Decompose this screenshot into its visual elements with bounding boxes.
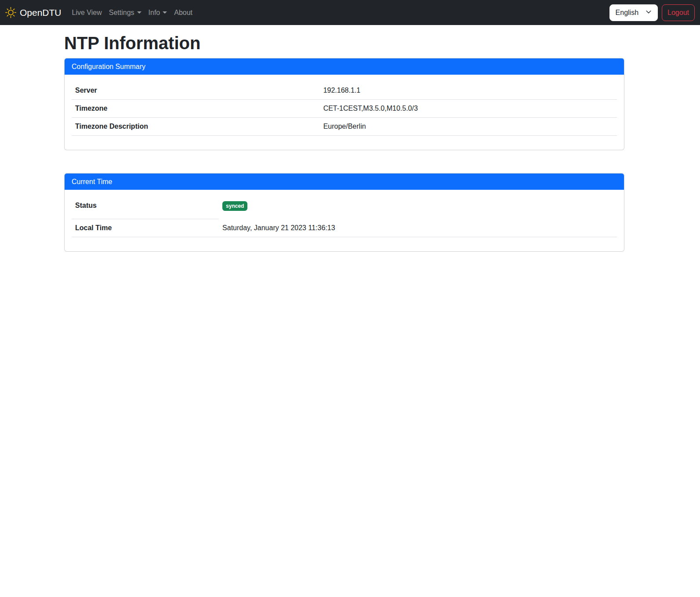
- nav-item-label: Live View: [72, 9, 102, 17]
- configuration-summary-card: Configuration Summary Server 192.168.1.1…: [64, 58, 624, 150]
- configuration-summary-table: Server 192.168.1.1 Timezone CET-1CEST,M3…: [72, 82, 617, 136]
- status-badge: synced: [222, 201, 247, 211]
- row-label: Timezone: [72, 100, 320, 118]
- page-title: NTP Information: [64, 33, 624, 53]
- main-content: NTP Information Configuration Summary Se…: [64, 33, 624, 252]
- current-time-card: Current Time Status synced Local Time Sa…: [64, 173, 624, 252]
- configuration-summary-card-body: Server 192.168.1.1 Timezone CET-1CEST,M3…: [65, 75, 624, 150]
- row-value: Saturday, January 21 2023 11:36:13: [219, 219, 617, 237]
- brand-label: OpenDTU: [20, 7, 62, 18]
- language-select[interactable]: English: [609, 4, 658, 21]
- chevron-down-icon: [646, 9, 652, 17]
- configuration-summary-card-header: Configuration Summary: [65, 58, 624, 75]
- language-selected-value: English: [616, 9, 638, 17]
- table-row-status: Status synced: [72, 197, 617, 219]
- nav-item-about[interactable]: About: [170, 5, 196, 20]
- row-value: CET-1CEST,M3.5.0,M10.5.0/3: [320, 100, 617, 118]
- nav-links: Live View Settings Info About: [69, 5, 196, 20]
- row-label: Timezone Description: [72, 118, 320, 136]
- logout-button[interactable]: Logout: [662, 4, 695, 21]
- row-label: Server: [72, 82, 320, 100]
- row-label: Local Time: [72, 219, 219, 237]
- navbar: OpenDTU Live View Settings Info About En…: [0, 0, 700, 25]
- brand-link[interactable]: OpenDTU: [5, 7, 62, 18]
- nav-item-label: Info: [149, 9, 160, 17]
- chevron-down-icon: [163, 11, 167, 14]
- row-label: Status: [72, 197, 219, 219]
- row-value: 192.168.1.1: [320, 82, 617, 100]
- table-row-timezone-description: Timezone Description Europe/Berlin: [72, 118, 617, 136]
- nav-item-label: About: [174, 9, 192, 17]
- nav-item-info[interactable]: Info: [145, 5, 171, 20]
- nav-item-live-view[interactable]: Live View: [69, 5, 105, 20]
- sun-icon: [5, 7, 16, 18]
- table-row-local-time: Local Time Saturday, January 21 2023 11:…: [72, 219, 617, 237]
- nav-item-label: Settings: [109, 9, 134, 17]
- nav-item-settings[interactable]: Settings: [105, 5, 145, 20]
- current-time-card-body: Status synced Local Time Saturday, Janua…: [65, 190, 624, 251]
- table-row-timezone: Timezone CET-1CEST,M3.5.0,M10.5.0/3: [72, 100, 617, 118]
- chevron-down-icon: [137, 11, 141, 14]
- current-time-table: Status synced Local Time Saturday, Janua…: [72, 197, 617, 237]
- navbar-right: English Logout: [609, 4, 695, 21]
- table-row-server: Server 192.168.1.1: [72, 82, 617, 100]
- row-value: Europe/Berlin: [320, 118, 617, 136]
- row-value: synced: [219, 197, 617, 219]
- current-time-card-header: Current Time: [65, 174, 624, 190]
